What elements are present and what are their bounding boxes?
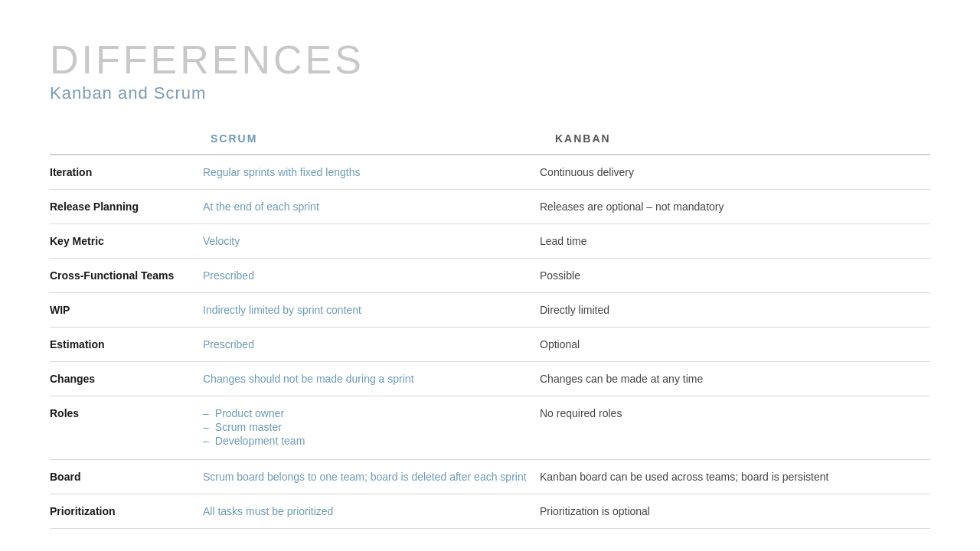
col-kanban-header: KANBAN	[540, 126, 930, 155]
kanban-cell: Directly limited	[540, 293, 930, 328]
category-cell: Prioritization	[50, 494, 203, 529]
role-item: –Development team	[203, 435, 540, 447]
kanban-cell: Kanban board can be used across teams; b…	[540, 460, 930, 494]
scrum-cell: Changes should not be made during a spri…	[203, 362, 540, 396]
col-category-header	[50, 126, 203, 155]
table-row: BoardScrum board belongs to one team; bo…	[50, 460, 930, 494]
kanban-cell: Possible	[540, 259, 930, 293]
scrum-cell: Scrum board belongs to one team; board i…	[203, 460, 540, 494]
kanban-cell: Lead time	[540, 224, 930, 259]
category-cell: Roles	[50, 396, 203, 460]
table-row: EstimationPrescribedOptional	[50, 328, 930, 362]
dash-icon: –	[203, 407, 209, 419]
main-title: DIFFERENCES	[50, 38, 930, 82]
scrum-cell: Prescribed	[203, 259, 540, 293]
table-row: ChangesChanges should not be made during…	[50, 362, 930, 396]
role-label: Product owner	[215, 407, 284, 419]
scrum-cell: Velocity	[203, 224, 540, 259]
category-cell: Key Metric	[50, 224, 203, 259]
category-cell: Changes	[50, 362, 203, 396]
kanban-cell: Optional	[540, 328, 930, 362]
scrum-cell: At the end of each sprint	[203, 190, 540, 224]
table-row: Key MetricVelocityLead time	[50, 224, 930, 259]
dash-icon: –	[203, 421, 209, 433]
dash-icon: –	[203, 435, 209, 447]
scrum-cell: –Product owner–Scrum master–Development …	[203, 396, 540, 460]
role-label: Scrum master	[215, 421, 282, 433]
category-cell: Iteration	[50, 155, 203, 190]
kanban-cell: Prioritization is optional	[540, 494, 930, 529]
table-row: IterationRegular sprints with fixed leng…	[50, 155, 930, 190]
kanban-cell: Releases are optional – not mandatory	[540, 190, 930, 224]
comparison-table: SCRUM KANBAN IterationRegular sprints wi…	[50, 126, 930, 529]
table-row: Cross-Functional TeamsPrescribedPossible	[50, 259, 930, 293]
kanban-cell: Continuous delivery	[540, 155, 930, 190]
kanban-cell: Changes can be made at any time	[540, 362, 930, 396]
role-item: –Product owner	[203, 407, 540, 419]
col-scrum-header: SCRUM	[203, 126, 540, 155]
table-row: Release PlanningAt the end of each sprin…	[50, 190, 930, 224]
category-cell: WIP	[50, 293, 203, 328]
page-container: DIFFERENCES Kanban and Scrum SCRUM KANBA…	[0, 0, 980, 551]
role-item: –Scrum master	[203, 421, 540, 433]
scrum-cell: All tasks must be prioritized	[203, 494, 540, 529]
category-cell: Board	[50, 460, 203, 494]
category-cell: Estimation	[50, 328, 203, 362]
table-row: Roles–Product owner–Scrum master–Develop…	[50, 396, 930, 460]
scrum-cell: Regular sprints with fixed lengths	[203, 155, 540, 190]
sub-title: Kanban and Scrum	[50, 83, 930, 103]
role-label: Development team	[215, 435, 305, 447]
category-cell: Cross-Functional Teams	[50, 259, 203, 293]
scrum-cell: Prescribed	[203, 328, 540, 362]
header-section: DIFFERENCES Kanban and Scrum	[50, 38, 930, 103]
kanban-cell: No required roles	[540, 396, 930, 460]
scrum-cell: Indirectly limited by sprint content	[203, 293, 540, 328]
table-row: WIPIndirectly limited by sprint contentD…	[50, 293, 930, 328]
table-row: PrioritizationAll tasks must be prioriti…	[50, 494, 930, 529]
category-cell: Release Planning	[50, 190, 203, 224]
